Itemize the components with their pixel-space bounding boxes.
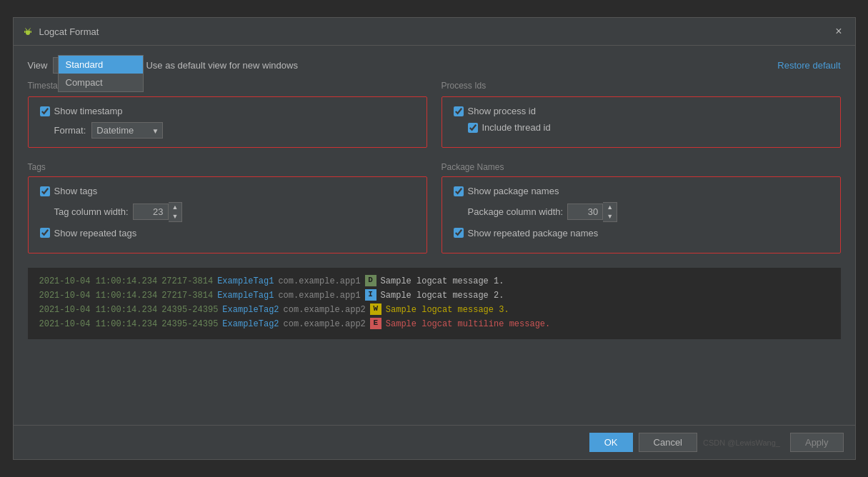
log-timestamp-3: 2021-10-04 11:00:14.234 [39,303,158,316]
dialog-title: Logcat Format [39,26,99,37]
logcat-format-dialog: Logcat Format × View Standard Compact Us… [13,17,856,460]
log-pid-2: 27217-3814 [161,289,213,302]
tag-column-width-label: Tag column width: [54,206,129,217]
timestamps-box: Show timestamp Format: Datetime Time Epo… [28,96,427,148]
dropdown-item-standard[interactable]: Standard [59,56,143,74]
log-tag-2: ExampleTag1 [217,289,274,302]
log-timestamp-1: 2021-10-04 11:00:14.234 [39,275,158,288]
log-package-3: com.example.app2 [284,303,366,316]
bottom-sections: Tags Show tags Tag column width: ▲ ▼ [28,162,841,253]
close-button[interactable]: × [831,24,846,39]
tags-section: Tags Show tags Tag column width: ▲ ▼ [28,162,427,253]
log-pid-4: 24395-24395 [161,318,218,331]
tag-column-width-row: Tag column width: ▲ ▼ [54,202,415,222]
svg-rect-4 [30,31,31,33]
use-default-label: Use as default view for new windows [146,60,297,71]
show-repeated-tags-checkbox[interactable] [40,228,50,238]
format-select[interactable]: Datetime Time Epoch [91,122,163,139]
tag-width-decrement-btn[interactable]: ▼ [169,212,182,221]
log-package-2: com.example.app1 [278,289,360,302]
log-message-3: Sample logcat message 3. [386,303,509,316]
tag-width-increment-btn[interactable]: ▲ [169,203,182,212]
include-thread-id-row: Include thread id [468,122,829,133]
process-ids-section-label: Process Ids [442,81,841,91]
format-row: Format: Datetime Time Epoch [54,122,415,139]
show-repeated-tags-row: Show repeated tags [40,228,415,239]
package-column-width-label: Package column width: [468,206,564,217]
log-pid-3: 24395-24395 [161,303,218,316]
log-message-4: Sample logcat multiline message. [386,318,550,331]
view-dropdown-menu: Standard Compact [58,55,144,92]
log-row-2: 2021-10-04 11:00:14.234 27217-3814 Examp… [39,289,829,302]
top-sections: Timestamps Show timestamp Format: Dateti… [28,81,841,148]
log-row-3: 2021-10-04 11:00:14.234 24395-24395 Exam… [39,303,829,316]
show-repeated-package-names-label: Show repeated package names [468,228,599,239]
show-timestamp-row: Show timestamp [40,106,415,116]
show-package-names-label: Show package names [468,186,559,196]
show-process-id-label: Show process id [468,106,536,116]
android-icon [22,26,34,37]
view-label: View [28,60,48,71]
svg-rect-2 [26,31,30,34]
dropdown-item-compact[interactable]: Compact [59,74,143,91]
content-area: View Standard Compact Use as default vie… [14,46,855,425]
log-message-2: Sample logcat message 2. [381,289,504,302]
log-message-1: Sample logcat message 1. [381,275,504,288]
tags-box: Show tags Tag column width: ▲ ▼ [28,176,427,253]
show-tags-label: Show tags [54,186,98,196]
svg-rect-3 [24,31,26,33]
tag-column-width-input[interactable] [133,204,169,220]
top-row: View Standard Compact Use as default vie… [28,57,841,74]
restore-default-link[interactable]: Restore default [777,60,840,71]
log-row-4: 2021-10-04 11:00:14.234 24395-24395 Exam… [39,318,829,331]
show-repeated-package-names-row: Show repeated package names [454,228,829,239]
show-timestamp-label: Show timestamp [54,106,123,116]
package-names-section-title: Package Names [442,162,841,172]
log-package-1: com.example.app1 [278,275,360,288]
log-tag-3: ExampleTag2 [222,303,279,316]
tags-section-title: Tags [28,162,427,172]
package-names-box: Show package names Package column width:… [442,176,841,253]
package-column-width-row: Package column width: ▲ ▼ [468,202,829,222]
show-process-id-row: Show process id [454,106,829,116]
watermark: CSDN @LewisWang_ [703,438,780,447]
show-tags-checkbox[interactable] [40,186,50,196]
svg-point-0 [26,29,27,31]
process-ids-section: Process Ids Show process id Include thre… [442,81,841,148]
show-package-names-row: Show package names [454,186,829,196]
log-tag-4: ExampleTag2 [222,318,279,331]
log-package-4: com.example.app2 [284,318,366,331]
ok-button[interactable]: OK [589,433,633,452]
show-repeated-tags-label: Show repeated tags [54,228,137,239]
cancel-button[interactable]: Cancel [639,433,697,452]
include-thread-id-label: Include thread id [482,122,551,133]
svg-point-1 [29,29,30,31]
format-label: Format: [54,125,86,136]
package-width-spinbox-btns: ▲ ▼ [603,202,617,222]
log-timestamp-2: 2021-10-04 11:00:14.234 [39,289,158,302]
package-width-decrement-btn[interactable]: ▼ [603,212,617,221]
package-width-increment-btn[interactable]: ▲ [603,203,617,212]
log-preview: 2021-10-04 11:00:14.234 27217-3814 Examp… [28,268,841,339]
footer: OK Cancel CSDN @LewisWang_ Apply [14,425,855,459]
include-thread-id-checkbox[interactable] [468,123,478,133]
log-level-4: E [370,318,381,329]
show-package-names-checkbox[interactable] [454,186,464,196]
package-column-width-spinbox: ▲ ▼ [567,202,617,222]
tag-width-spinbox-btns: ▲ ▼ [169,202,183,222]
log-pid-1: 27217-3814 [161,275,213,288]
package-names-section: Package Names Show package names Package… [442,162,841,253]
format-select-wrapper[interactable]: Datetime Time Epoch [91,122,163,139]
show-repeated-package-names-checkbox[interactable] [454,228,464,238]
show-timestamp-checkbox[interactable] [40,106,50,116]
show-tags-row: Show tags [40,186,415,196]
log-timestamp-4: 2021-10-04 11:00:14.234 [39,318,158,331]
log-level-2: I [365,289,376,301]
show-process-id-checkbox[interactable] [454,106,464,116]
title-bar: Logcat Format × [14,18,855,46]
package-column-width-input[interactable] [567,204,603,220]
log-level-3: W [370,303,381,315]
process-ids-box: Show process id Include thread id [442,96,841,148]
tag-column-width-spinbox: ▲ ▼ [133,202,183,222]
apply-button[interactable]: Apply [790,433,844,452]
